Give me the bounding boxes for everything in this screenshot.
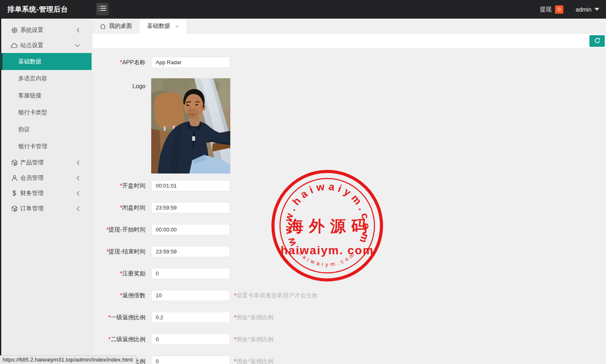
field-hint: *佣金*返佣比例 <box>234 336 273 343</box>
sidebar-item-member-manage[interactable]: 会员管理 <box>0 170 92 186</box>
home-icon <box>100 23 106 29</box>
tab-basic-data[interactable]: 基础数据 × <box>140 19 186 34</box>
withdraw-end-input[interactable] <box>151 246 230 257</box>
tab-label: 基础数据 <box>147 22 170 30</box>
chevron-left-icon <box>76 28 80 33</box>
sidebar-toggle-button[interactable] <box>96 3 109 15</box>
tab-label: 我的桌面 <box>109 22 132 30</box>
form-row-level2-rebate: *二级返佣比例 *佣金*返佣比例 <box>92 334 273 345</box>
form-row-register-reward: *注册奖励 <box>92 268 230 279</box>
sidebar-item-label: 产品管理 <box>20 159 43 166</box>
topbar: 排单系统-管理后台 提现 0 admin <box>0 0 606 19</box>
link-preview-statusbar: https://685.2.haiwaiym31.top/admin/Index… <box>0 355 136 364</box>
sidebar-subitem-label: 银行卡类型 <box>18 109 47 116</box>
form-row-withdraw-end: *提现-结束时间 <box>92 246 230 257</box>
chevron-left-icon <box>76 160 80 165</box>
chevron-left-icon <box>76 206 80 211</box>
sidebar-item-label: 系统设置 <box>20 27 43 34</box>
user-icon <box>11 174 18 181</box>
field-hint: *设置卡单或者连单用户才会生效 <box>234 292 317 299</box>
chevron-left-icon <box>76 191 80 196</box>
sidebar-subitem-label: 多语言内容 <box>18 75 47 82</box>
register-reward-input[interactable] <box>151 268 230 279</box>
field-hint: *佣金*返佣比例 <box>234 314 273 321</box>
refresh-button[interactable] <box>589 35 605 47</box>
sidebar-item-product-manage[interactable]: 产品管理 <box>0 155 92 170</box>
tab-bar: 我的桌面 基础数据 × <box>92 19 606 34</box>
sidebar: 系统设置 站点设置 基础数据 多语言内容 客服链接 银行卡 <box>0 19 92 364</box>
chevron-down-icon <box>75 43 80 47</box>
form-row-open-time: *开盘时间 <box>92 180 230 191</box>
field-label: 二级返佣比例 <box>111 336 145 342</box>
level1-rebate-input[interactable] <box>151 312 230 323</box>
form-row-level1-rebate: *一级返佣比例 *佣金*返佣比例 <box>92 312 273 323</box>
field-label: 提现-结束时间 <box>109 248 145 255</box>
sidebar-subitem-basic-data[interactable]: 基础数据 <box>0 53 92 70</box>
user-menu[interactable]: admin <box>576 6 599 13</box>
level3-rebate-input[interactable] <box>151 356 230 364</box>
close-time-input[interactable] <box>151 202 230 213</box>
sidebar-item-label: 订单管理 <box>20 205 43 212</box>
gear-icon <box>11 27 18 34</box>
dollar-icon: $ <box>11 190 18 197</box>
sidebar-item-label: 站点设置 <box>20 42 43 49</box>
site-icon <box>11 42 18 49</box>
sidebar-accent-strip <box>0 19 1 364</box>
sidebar-subitem-bankcard-manage[interactable]: 银行卡管理 <box>0 138 92 155</box>
field-label: 注册奖励 <box>122 270 145 277</box>
rebate-multiple-input[interactable] <box>151 290 230 301</box>
logo-image-preview[interactable] <box>151 78 230 174</box>
topbar-right-cluster: 提现 0 admin <box>540 0 599 19</box>
sidebar-item-order-manage[interactable]: 订单管理 <box>0 201 92 216</box>
withdraw-start-input[interactable] <box>151 224 230 235</box>
app-name-input[interactable] <box>151 57 230 68</box>
withdraw-count-badge[interactable]: 0 <box>555 5 563 14</box>
hamburger-icon <box>99 5 106 13</box>
field-label: 提现-开始时间 <box>109 226 145 233</box>
app-title: 排单系统-管理后台 <box>7 0 68 19</box>
username: admin <box>576 6 592 13</box>
field-label: 闭盘时间 <box>122 204 145 211</box>
sidebar-subitem-label: 协议 <box>18 126 30 133</box>
form-row-close-time: *闭盘时间 <box>92 202 230 213</box>
level2-rebate-input[interactable] <box>151 334 230 345</box>
sidebar-subitem-multilanguage[interactable]: 多语言内容 <box>0 70 92 87</box>
withdraw-link[interactable]: 提现 <box>540 6 552 13</box>
sidebar-subitem-bankcard-type[interactable]: 银行卡类型 <box>0 104 92 121</box>
sidebar-item-system-settings[interactable]: 系统设置 <box>0 22 92 38</box>
sidebar-subitem-label: 基础数据 <box>18 58 41 65</box>
sidebar-subitem-agreement[interactable]: 协议 <box>0 121 92 138</box>
sidebar-item-label: 财务管理 <box>20 190 43 197</box>
close-icon[interactable]: × <box>175 23 179 29</box>
form-row-rebate-multiple: *返佣倍数 *设置卡单或者连单用户才会生效 <box>92 290 317 301</box>
sidebar-subitem-label: 银行卡管理 <box>18 143 47 150</box>
field-label: 返佣倍数 <box>122 292 145 299</box>
caret-down-icon <box>594 8 599 11</box>
sidebar-item-finance-manage[interactable]: $ 财务管理 <box>0 186 92 201</box>
admin-app: 排单系统-管理后台 提现 0 admin <box>0 0 606 364</box>
cube-icon <box>11 159 18 166</box>
chevron-left-icon <box>76 176 80 181</box>
cube-icon <box>11 205 18 212</box>
basic-data-form: *APP名称 Logo <box>92 48 606 364</box>
content-toolbar <box>92 34 606 48</box>
field-hint: *佣金*返佣比例 <box>234 358 273 364</box>
field-label: 一级返佣比例 <box>111 314 145 321</box>
field-label: APP名称 <box>122 59 145 65</box>
field-label: Logo <box>92 83 145 89</box>
open-time-input[interactable] <box>151 180 230 191</box>
form-row-app-name: *APP名称 <box>92 57 230 68</box>
tab-my-desktop[interactable]: 我的桌面 <box>92 19 140 34</box>
sidebar-item-label: 会员管理 <box>20 174 43 182</box>
sidebar-item-site-settings[interactable]: 站点设置 <box>0 38 92 53</box>
form-row-withdraw-start: *提现-开始时间 <box>92 224 230 235</box>
sidebar-subitem-label: 客服链接 <box>18 92 41 99</box>
sidebar-subitem-service-link[interactable]: 客服链接 <box>0 87 92 104</box>
refresh-icon <box>594 37 601 45</box>
field-label: 开盘时间 <box>122 182 145 189</box>
